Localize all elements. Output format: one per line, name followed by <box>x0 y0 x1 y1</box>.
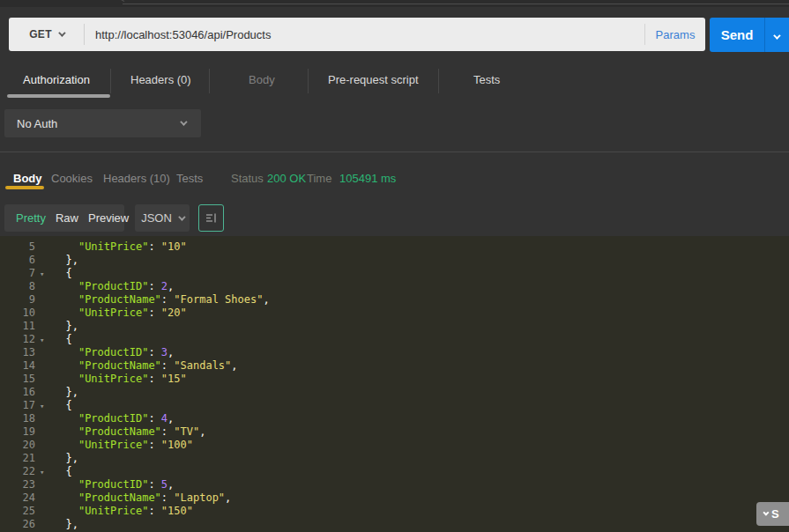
wrap-text-icon <box>205 212 218 224</box>
line-number: 16 <box>0 386 35 399</box>
view-mode-raw[interactable]: Raw <box>56 211 78 225</box>
code-line: 8 "ProductID": 2, <box>0 280 789 293</box>
code-line: 5 "UnitPrice": "10" <box>0 240 789 254</box>
code-text: { <box>53 465 72 478</box>
code-text: "ProductName": "Formal Shoes", <box>53 293 270 307</box>
line-number: 15 <box>0 373 35 386</box>
gutter-spacer <box>35 373 53 386</box>
code-line: 6 }, <box>0 254 789 267</box>
language-value: JSON <box>141 211 172 225</box>
url-container: GET Params <box>9 18 705 51</box>
http-method-select[interactable]: GET <box>9 18 84 51</box>
time-value: 105491 ms <box>339 172 396 185</box>
code-text: }, <box>53 386 78 399</box>
code-line: 19 "ProductName": "TV", <box>0 425 789 439</box>
chevron-down-icon <box>180 118 187 125</box>
response-meta-bar: BodyCookiesHeaders (10)Tests Status 200 … <box>0 152 789 201</box>
gutter-spacer <box>35 452 53 465</box>
code-text: { <box>53 399 72 412</box>
line-number: 8 <box>0 280 35 293</box>
gutter-spacer <box>35 359 53 373</box>
code-text: "ProductName": "TV", <box>53 425 205 439</box>
code-line: 11 }, <box>0 320 789 333</box>
code-line: 13 "ProductID": 3, <box>0 346 789 359</box>
code-text: }, <box>53 452 78 465</box>
tab-divider <box>110 69 111 93</box>
send-options-button[interactable] <box>773 27 778 43</box>
chevron-down-icon <box>773 32 780 39</box>
fold-toggle-icon[interactable]: ▾ <box>35 465 53 478</box>
gutter-spacer <box>35 280 53 293</box>
code-text: "ProductName": "Sandals", <box>53 359 238 373</box>
response-body-viewer[interactable]: 5 "UnitPrice": "10"6 },7▾ {8 "ProductID"… <box>0 236 789 532</box>
line-number: 14 <box>0 359 35 373</box>
fold-toggle-icon[interactable]: ▾ <box>35 333 53 346</box>
code-text: "UnitPrice": "20" <box>53 307 187 320</box>
gutter-spacer <box>35 320 53 333</box>
code-text: "ProductID": 5, <box>53 478 174 491</box>
fold-toggle-icon[interactable]: ▾ <box>35 399 53 412</box>
code-text: }, <box>53 254 78 267</box>
request-tab-authorization[interactable]: Authorization <box>23 73 90 86</box>
postman-app-window: GET Params Send AuthorizationHeaders (0)… <box>0 0 789 532</box>
tab-divider <box>308 69 309 93</box>
line-number: 21 <box>0 452 35 465</box>
gutter-spacer <box>35 240 53 254</box>
request-tab-headers-0-[interactable]: Headers (0) <box>130 73 191 86</box>
language-select[interactable]: JSON <box>135 204 190 232</box>
send-split-divider <box>764 18 765 52</box>
line-number: 9 <box>0 293 35 307</box>
code-line: 9 "ProductName": "Formal Shoes", <box>0 293 789 307</box>
line-number: 13 <box>0 346 35 359</box>
send-button[interactable]: Send <box>710 18 789 52</box>
save-flap-label: S <box>771 507 779 521</box>
code-text: }, <box>53 518 78 531</box>
http-method-label: GET <box>29 28 52 41</box>
line-number: 26 <box>0 518 35 531</box>
code-line: 20 "UnitPrice": "100" <box>0 439 789 452</box>
time-label: Time <box>307 172 331 185</box>
gutter-spacer <box>35 386 53 399</box>
response-toolbar: PrettyRawPreview JSON <box>0 201 789 236</box>
gutter-spacer <box>35 505 53 518</box>
save-flap-button[interactable]: S <box>756 502 789 526</box>
chevron-down-icon <box>58 29 65 36</box>
auth-type-select[interactable]: No Auth <box>4 109 201 137</box>
view-mode-pretty[interactable]: Pretty <box>16 211 46 225</box>
request-url-bar: GET Params Send <box>0 7 789 60</box>
code-line: 24 "ProductName": "Laptop", <box>0 491 789 505</box>
code-text: "ProductID": 4, <box>53 412 174 425</box>
chevron-down-icon <box>178 213 185 220</box>
code-text: "ProductName": "Laptop", <box>53 491 231 505</box>
active-request-tab-underline <box>7 94 110 98</box>
request-tab-outline <box>123 4 789 4</box>
code-text: "UnitPrice": "15" <box>53 373 187 386</box>
send-button-label: Send <box>710 27 764 42</box>
gutter-spacer <box>35 518 53 531</box>
code-line: 16 }, <box>0 386 789 399</box>
active-response-tab-underline <box>5 186 44 189</box>
wrap-text-button[interactable] <box>198 204 224 232</box>
request-tab-tests[interactable]: Tests <box>473 73 500 86</box>
line-number: 7 <box>0 267 35 280</box>
response-tab-headers-10-[interactable]: Headers (10) <box>103 172 170 185</box>
response-tab-cookies[interactable]: Cookies <box>51 172 93 185</box>
params-button[interactable]: Params <box>645 28 705 41</box>
code-line: 21 }, <box>0 452 789 465</box>
fold-toggle-icon[interactable]: ▾ <box>35 267 53 280</box>
line-number: 25 <box>0 505 35 518</box>
response-tab-body[interactable]: Body <box>13 172 42 185</box>
code-text: "UnitPrice": "150" <box>53 505 193 518</box>
url-input[interactable] <box>85 28 644 41</box>
code-text: { <box>53 267 72 280</box>
view-mode-preview[interactable]: Preview <box>88 211 129 225</box>
chevron-down-icon <box>763 510 769 516</box>
code-text: { <box>53 333 72 346</box>
code-line: 25 "UnitPrice": "150" <box>0 505 789 518</box>
request-tab-body[interactable]: Body <box>249 73 275 86</box>
response-tab-tests[interactable]: Tests <box>176 172 203 185</box>
code-text: "UnitPrice": "10" <box>53 240 187 254</box>
line-number: 22 <box>0 465 35 478</box>
request-tab-pre-request-script[interactable]: Pre-request script <box>328 73 419 86</box>
status-label: Status <box>231 172 264 185</box>
